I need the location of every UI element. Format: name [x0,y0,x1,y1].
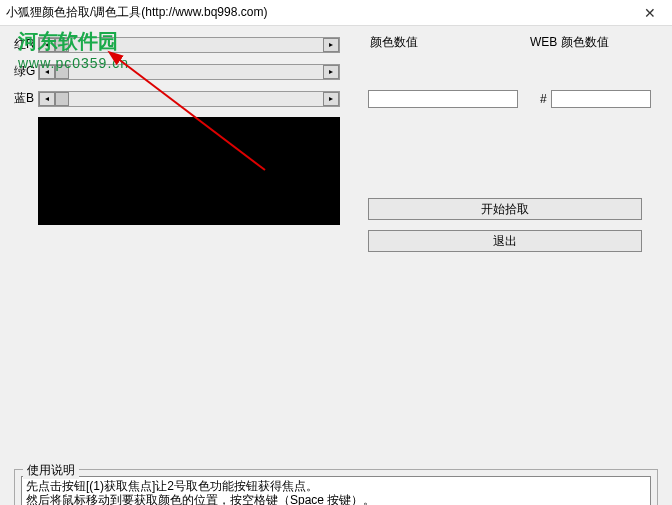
close-button[interactable]: ✕ [628,0,672,26]
help-text: 先点击按钮[(1)获取焦点]让2号取色功能按钮获得焦点。 然后将鼠标移动到要获取… [21,476,651,505]
column-labels: 颜色数值 WEB 颜色数值 [370,34,609,51]
red-label: 红R [14,36,38,53]
scroll-track[interactable] [55,65,323,79]
web-value-wrap: # [540,90,651,108]
titlebar: 小狐狸颜色拾取/调色工具(http://www.bq998.com) ✕ [0,0,672,26]
start-pick-button[interactable]: 开始拾取 [368,198,642,220]
scroll-left-icon[interactable]: ◂ [39,38,55,52]
color-value-input[interactable] [368,90,518,108]
scroll-track[interactable] [55,92,323,106]
help-fieldset: 使用说明 先点击按钮[(1)获取焦点]让2号取色功能按钮获得焦点。 然后将鼠标移… [14,469,658,505]
window-title: 小狐狸颜色拾取/调色工具(http://www.bq998.com) [6,4,267,21]
scroll-thumb[interactable] [55,65,69,79]
green-label: 绿G [14,63,38,80]
hash-label: # [540,92,547,106]
color-preview [38,117,340,225]
scroll-track[interactable] [55,38,323,52]
color-value-label: 颜色数值 [370,34,530,51]
row-green: 绿G ◂ ▸ [14,63,658,80]
content: 颜色数值 WEB 颜色数值 红R ◂ ▸ 绿G ◂ ▸ # 蓝B ◂ ▸ 开始拾… [0,26,672,505]
blue-scrollbar[interactable]: ◂ ▸ [38,91,340,107]
scroll-right-icon[interactable]: ▸ [323,38,339,52]
help-legend: 使用说明 [23,462,79,479]
scroll-right-icon[interactable]: ▸ [323,65,339,79]
web-value-input[interactable] [551,90,651,108]
web-value-label: WEB 颜色数值 [530,34,609,51]
help-line: 先点击按钮[(1)获取焦点]让2号取色功能按钮获得焦点。 [26,479,646,493]
scroll-left-icon[interactable]: ◂ [39,92,55,106]
scroll-thumb[interactable] [55,92,69,106]
exit-button[interactable]: 退出 [368,230,642,252]
scroll-thumb[interactable] [55,38,69,52]
scroll-left-icon[interactable]: ◂ [39,65,55,79]
green-scrollbar[interactable]: ◂ ▸ [38,64,340,80]
help-line: 然后将鼠标移动到要获取颜色的位置，按空格键（Space 按键）。 [26,493,646,505]
red-scrollbar[interactable]: ◂ ▸ [38,37,340,53]
blue-label: 蓝B [14,90,38,107]
scroll-right-icon[interactable]: ▸ [323,92,339,106]
